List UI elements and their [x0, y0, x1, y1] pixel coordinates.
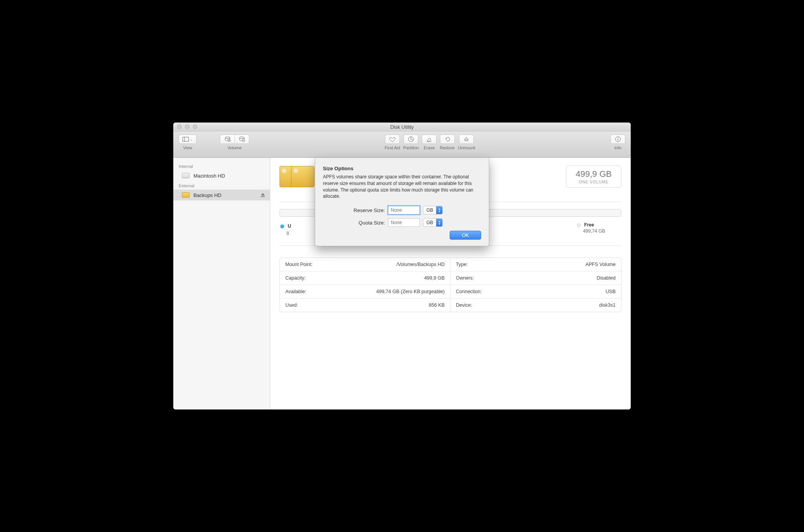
detail-mount-point: Mount Point: /Volumes/Backups HD: [280, 258, 450, 271]
used-label: U: [288, 223, 291, 229]
legend-free: Free 499,74 GB: [577, 222, 605, 236]
reserve-size-input[interactable]: [388, 206, 420, 214]
volume-icon: [291, 166, 314, 187]
partition-label: Partition: [403, 145, 419, 150]
volume-label: Volume: [228, 145, 242, 150]
detail-used: Used: 856 KB: [280, 299, 450, 312]
first-aid-button[interactable]: [385, 135, 400, 144]
window-controls: [173, 124, 197, 129]
window-title: Disk Utility: [173, 124, 631, 130]
size-box: 499,9 GB ONE VOLUME: [566, 166, 621, 188]
partition-button[interactable]: [404, 135, 418, 144]
sidebar-header-external: External: [173, 181, 270, 190]
sidebar-item-backups-hd[interactable]: Backups HD: [173, 190, 270, 200]
stepper-icon: ▲▼: [436, 206, 442, 214]
info-label: Info: [614, 145, 621, 150]
disk-utility-window: Disk Utility ⌄ View Volume: [173, 123, 631, 409]
titlebar: Disk Utility: [173, 123, 631, 131]
volume-count: ONE VOLUME: [576, 180, 612, 184]
view-label: View: [183, 145, 192, 150]
quota-size-input[interactable]: [388, 218, 420, 227]
eject-icon[interactable]: [261, 193, 265, 197]
detail-capacity: Capacity: 499,9 GB: [280, 271, 450, 285]
restore-icon: [444, 136, 450, 142]
svg-point-15: [618, 138, 618, 138]
reserve-unit-select[interactable]: GB ▲▼: [423, 206, 443, 214]
sidebar: Internal Macintosh HD External Backups H…: [173, 158, 270, 409]
unit-label: GB: [423, 207, 436, 213]
detail-connection: Connection: USB: [450, 285, 621, 299]
volume-add-button[interactable]: [220, 135, 235, 144]
reserve-size-row: Reserve Size: GB ▲▼: [323, 206, 481, 214]
used-dot-icon: [280, 225, 284, 228]
sidebar-icon: [183, 137, 189, 142]
svg-line-11: [411, 139, 413, 140]
toolbar: ⌄ View Volume First: [173, 131, 631, 158]
partition-icon: [408, 136, 414, 142]
erase-label: Erase: [424, 145, 435, 150]
unit-label: GB: [423, 220, 436, 225]
total-size: 499,9 GB: [576, 169, 612, 179]
svg-point-2: [225, 137, 230, 138]
details-table: Mount Point: /Volumes/Backups HD Capacit…: [280, 257, 621, 312]
external-disk-icon: [182, 192, 190, 198]
detail-type: Type: APFS Volume: [450, 258, 621, 271]
quota-size-row: Quota Size: GB ▲▼: [323, 218, 481, 227]
free-dot-icon: [577, 223, 581, 227]
free-value: 499,74 GB: [583, 228, 605, 234]
first-aid-icon: [389, 136, 396, 142]
info-button[interactable]: [611, 135, 625, 144]
unmount-button[interactable]: [459, 135, 474, 144]
restore-label: Restore: [440, 145, 455, 150]
sidebar-header-internal: Internal: [173, 162, 270, 170]
detail-available: Available: 499,74 GB (Zero KB purgeable): [280, 285, 450, 299]
unmount-icon: [464, 136, 469, 142]
volume-add-icon: [224, 136, 231, 142]
quota-unit-select[interactable]: GB ▲▼: [423, 218, 443, 227]
reserve-size-label: Reserve Size:: [342, 207, 385, 213]
erase-button[interactable]: [422, 135, 437, 144]
detail-owners: Owners: Disabled: [450, 271, 621, 285]
svg-rect-17: [261, 196, 265, 197]
volume-remove-icon: [239, 136, 245, 142]
sidebar-item-label: Macintosh HD: [193, 173, 225, 179]
view-button[interactable]: ⌄: [179, 135, 197, 144]
ok-button[interactable]: OK: [450, 231, 481, 240]
free-label: Free: [584, 222, 594, 228]
stepper-icon: ▲▼: [436, 218, 442, 227]
svg-point-6: [240, 137, 244, 138]
unmount-label: Unmount: [458, 145, 475, 150]
close-button[interactable]: [177, 124, 182, 129]
info-icon: [615, 136, 621, 142]
sheet-description: APFS volumes share storage space within …: [323, 174, 481, 200]
detail-device: Device: disk3s1: [450, 299, 621, 312]
erase-icon: [426, 136, 432, 142]
size-options-sheet: Size Options APFS volumes share storage …: [315, 158, 489, 246]
minimize-button[interactable]: [185, 124, 190, 129]
svg-rect-0: [183, 137, 189, 142]
first-aid-label: First Aid: [385, 145, 400, 150]
sidebar-item-label: Backups HD: [193, 192, 221, 198]
sheet-title: Size Options: [323, 166, 481, 171]
zoom-button[interactable]: [193, 124, 197, 129]
volume-remove-button[interactable]: [235, 135, 249, 144]
sidebar-item-macintosh-hd[interactable]: Macintosh HD: [173, 170, 270, 181]
internal-disk-icon: [182, 173, 190, 178]
restore-button[interactable]: [440, 135, 455, 144]
quota-size-label: Quota Size:: [342, 220, 385, 226]
